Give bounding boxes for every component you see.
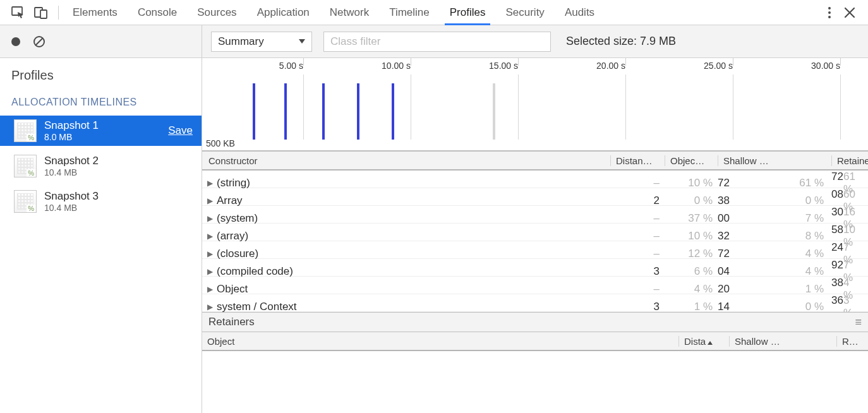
svg-point-6 bbox=[11, 37, 20, 46]
tab-console[interactable]: Console bbox=[128, 0, 187, 25]
timeline-tick-line bbox=[303, 58, 304, 66]
snapshot-item[interactable]: %Snapshot 210.4 MB bbox=[9, 151, 193, 181]
constructor-row[interactable]: ▶system / Context31 %140 %363 % bbox=[202, 294, 868, 312]
constructor-row[interactable]: ▶Array20 %380 %0860 % bbox=[202, 188, 868, 206]
objects-cell: 1 % bbox=[665, 301, 718, 312]
tab-audits[interactable]: Audits bbox=[555, 0, 605, 25]
snapshot-title: Snapshot 1 bbox=[44, 119, 99, 132]
constructor-name: (closure) bbox=[217, 248, 258, 260]
allocation-bar bbox=[392, 83, 394, 140]
allocation-timeline[interactable]: 5.00 s10.00 s15.00 s20.00 s25.00 s30.00 … bbox=[202, 58, 868, 152]
expand-triangle-icon[interactable]: ▶ bbox=[207, 285, 213, 294]
constructor-name: (system) bbox=[217, 212, 258, 225]
timeline-major-grid bbox=[411, 75, 411, 140]
tab-security[interactable]: Security bbox=[495, 0, 554, 25]
class-filter-input[interactable] bbox=[323, 32, 551, 52]
shallow-cell: 201 % bbox=[718, 283, 831, 296]
objects-cell: 12 % bbox=[665, 248, 718, 260]
chevron-down-icon bbox=[299, 39, 305, 44]
profiles-sidebar: Profiles ALLOCATION TIMELINES %Snapshot … bbox=[0, 25, 202, 413]
view-select[interactable]: Summary bbox=[211, 32, 312, 52]
constructor-name: system / Context bbox=[217, 301, 297, 312]
save-link[interactable]: Save bbox=[168, 124, 193, 137]
retainers-columns: Object Dista Shallow … Retained … bbox=[202, 332, 868, 351]
tab-application[interactable]: Application bbox=[247, 0, 320, 25]
allocation-bar bbox=[253, 83, 255, 140]
ret-col-distance[interactable]: Dista bbox=[678, 336, 729, 347]
shallow-cell: 724 % bbox=[718, 248, 831, 260]
view-select-value: Summary bbox=[218, 35, 264, 48]
constructor-name: Array bbox=[217, 195, 243, 207]
snapshot-thumb-icon: % bbox=[14, 119, 37, 142]
col-objects[interactable]: Objec… bbox=[665, 155, 718, 166]
snapshot-item[interactable]: %Snapshot 310.4 MB bbox=[9, 186, 193, 217]
expand-triangle-icon[interactable]: ▶ bbox=[207, 179, 213, 188]
timeline-size-label: 500 KB bbox=[206, 138, 235, 148]
close-devtools-icon[interactable] bbox=[844, 7, 855, 18]
timeline-tick-label: 30.00 s bbox=[811, 61, 840, 71]
constructor-row[interactable]: ▶(system)–37 %007 %3016 % bbox=[202, 206, 868, 224]
timeline-tick-label: 15.00 s bbox=[489, 61, 518, 71]
top-right-tools bbox=[820, 6, 863, 19]
expand-triangle-icon[interactable]: ▶ bbox=[207, 232, 213, 241]
constructor-name: (compiled code) bbox=[217, 265, 293, 278]
expand-triangle-icon[interactable]: ▶ bbox=[207, 214, 213, 223]
distance-cell: – bbox=[610, 230, 665, 242]
ret-col-retained[interactable]: Retained … bbox=[836, 336, 868, 347]
timeline-tick-label: 10.00 s bbox=[382, 61, 411, 71]
snapshot-size: 10.4 MB bbox=[44, 203, 99, 213]
more-options-icon[interactable] bbox=[828, 6, 831, 19]
expand-triangle-icon[interactable]: ▶ bbox=[207, 302, 213, 311]
timeline-tick-label: 20.00 s bbox=[596, 61, 625, 71]
col-distance[interactable]: Distan… bbox=[610, 155, 665, 166]
tab-sources[interactable]: Sources bbox=[187, 0, 246, 25]
expand-triangle-icon[interactable]: ▶ bbox=[207, 267, 213, 276]
section-heading: ALLOCATION TIMELINES bbox=[9, 97, 193, 108]
constructor-name: Object bbox=[217, 283, 248, 296]
col-shallow[interactable]: Shallow … bbox=[718, 155, 831, 166]
objects-cell: 0 % bbox=[665, 195, 718, 207]
sidebar-content: Profiles ALLOCATION TIMELINES %Snapshot … bbox=[0, 58, 202, 413]
distance-cell: – bbox=[610, 248, 665, 260]
inspect-element-icon[interactable] bbox=[11, 6, 25, 19]
ret-col-object[interactable]: Object bbox=[202, 336, 678, 347]
retainers-label: Retainers bbox=[208, 316, 255, 328]
tab-elements[interactable]: Elements bbox=[63, 0, 128, 25]
timeline-tick-label: 25.00 s bbox=[704, 61, 733, 71]
constructor-row[interactable]: ▶(compiled code)36 %044 %927 % bbox=[202, 259, 868, 277]
retainers-heading: Retainers ≡ bbox=[202, 312, 868, 332]
objects-cell: 10 % bbox=[665, 177, 718, 189]
col-retained[interactable]: Retained … bbox=[831, 155, 868, 166]
expand-triangle-icon[interactable]: ▶ bbox=[207, 196, 213, 205]
tab-timeline[interactable]: Timeline bbox=[379, 0, 440, 25]
tab-profiles[interactable]: Profiles bbox=[440, 0, 496, 25]
profiles-heading: Profiles bbox=[9, 68, 193, 83]
snapshot-item[interactable]: %Snapshot 18.0 MBSave bbox=[0, 116, 202, 146]
constructor-row[interactable]: ▶(array)–10 %328 %5810 % bbox=[202, 224, 868, 241]
shallow-cell: 7261 % bbox=[718, 177, 831, 189]
toggle-device-toolbar-icon[interactable] bbox=[34, 6, 48, 19]
constructor-row[interactable]: ▶(closure)–12 %724 %247 % bbox=[202, 241, 868, 259]
ret-col-shallow[interactable]: Shallow … bbox=[729, 336, 836, 347]
snapshot-size: 8.0 MB bbox=[44, 132, 99, 142]
snapshot-thumb-icon: % bbox=[14, 190, 37, 213]
retainers-menu-icon[interactable]: ≡ bbox=[855, 316, 862, 329]
timeline-major-grid bbox=[518, 75, 519, 140]
timeline-baseline bbox=[202, 150, 868, 151]
top-left-tools bbox=[5, 6, 54, 19]
timeline-major-grid bbox=[733, 75, 733, 140]
separator bbox=[58, 6, 59, 20]
tab-network[interactable]: Network bbox=[320, 0, 379, 25]
col-constructor[interactable]: Constructor bbox=[202, 155, 610, 166]
clear-profiles-icon[interactable] bbox=[33, 35, 45, 48]
constructor-row[interactable]: ▶(string)–10 %7261 %7261 % bbox=[202, 171, 868, 188]
expand-triangle-icon[interactable]: ▶ bbox=[207, 249, 213, 258]
shallow-cell: 007 % bbox=[718, 212, 831, 225]
shallow-cell: 044 % bbox=[718, 265, 831, 278]
snapshot-size: 10.4 MB bbox=[44, 167, 99, 177]
snapshot-thumb-icon: % bbox=[14, 155, 37, 177]
record-icon[interactable] bbox=[10, 36, 21, 47]
svg-line-8 bbox=[36, 38, 43, 45]
shallow-cell: 140 % bbox=[718, 301, 831, 312]
constructor-row[interactable]: ▶Object–4 %201 %384 % bbox=[202, 277, 868, 294]
